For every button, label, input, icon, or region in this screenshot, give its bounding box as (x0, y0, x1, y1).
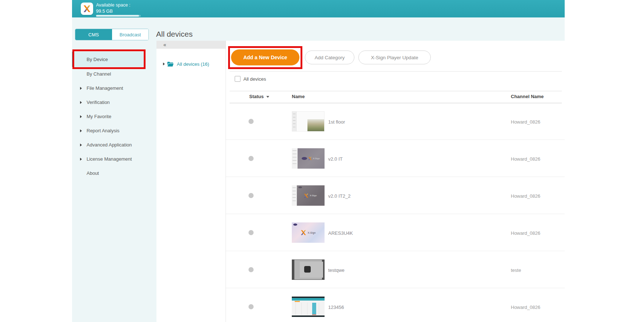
table-row[interactable]: X-Sign v2.0 IT Howard_0826 (226, 140, 565, 177)
sidebar-item-report-analysis[interactable]: Report Analysis (72, 124, 146, 138)
table-row[interactable]: X-Sign v2.0 IT2_2 Howard_0826 (226, 177, 565, 214)
sidebar-item-by-channel[interactable]: By Channel (72, 67, 146, 81)
channel-name: Howard_0826 (511, 193, 540, 199)
expand-caret-icon (80, 87, 82, 90)
benq-logo-icon (302, 157, 307, 160)
expand-caret-icon (80, 101, 82, 104)
available-space-label: Available space : (96, 3, 130, 8)
device-thumbnail: X-Sign (292, 148, 325, 169)
device-name: ARES3U4K (328, 230, 353, 236)
folder-open-icon (167, 62, 174, 67)
select-all-label: All devices (243, 76, 266, 82)
storage-progress-bar (96, 15, 141, 17)
xsign-logo-icon (81, 3, 93, 15)
thumb-tealbar (292, 298, 325, 301)
select-all-checkbox[interactable] (235, 76, 240, 82)
table-row[interactable]: testqwe teste (226, 251, 565, 288)
thumb-brand-text: X-Sign (313, 157, 320, 160)
x-logo-glyph (304, 193, 309, 198)
tree-node-all-devices[interactable]: All devices (16) (156, 60, 226, 68)
available-space-value: 99.5 GB (96, 9, 113, 14)
tree-node-label: All devices (16) (177, 61, 209, 67)
thumb-bar-base (312, 314, 316, 315)
sidebar-item-verification[interactable]: Verification (72, 95, 146, 109)
sidebar-item-license-management[interactable]: License Management (72, 152, 146, 166)
channel-name: Howard_0826 (511, 119, 540, 125)
storage-progress-fill (96, 15, 139, 17)
x-logo-glyph (83, 5, 91, 13)
column-header-channel-name: Channel Name (511, 94, 544, 99)
sidebar-item-label: By Channel (72, 71, 111, 77)
device-thumbnail (292, 111, 325, 132)
device-list: 1st floor Howard_0826 X-Sign (226, 103, 565, 322)
device-thumbnail (292, 259, 325, 280)
expand-caret-icon (80, 129, 82, 132)
status-dot-icon (249, 267, 254, 272)
sidebar-item-about[interactable]: About (72, 166, 146, 180)
x-logo-glyph (308, 157, 312, 160)
thumb-panel (300, 262, 323, 278)
status-dot-icon (249, 230, 254, 235)
expand-caret-icon (80, 115, 82, 118)
add-new-device-button[interactable]: Add a New Device (231, 49, 299, 65)
collapse-panel-icon[interactable]: « (163, 42, 166, 47)
page-title: All devices (156, 30, 192, 39)
tree-panel-header: « (156, 41, 226, 49)
thumb-brand-text: X-Sign (307, 232, 315, 234)
sidebar-menu: By Channel File Management Verification … (72, 67, 146, 180)
column-header-label: Channel Name (511, 94, 544, 99)
sidebar-item-my-favorite[interactable]: My Favorite (72, 109, 146, 124)
channel-name: Howard_0826 (511, 156, 540, 162)
device-name: testqwe (328, 267, 345, 273)
table-row[interactable]: X-Sign ARES3U4K Howard_0826 (226, 214, 565, 251)
sidebar-item-label: Verification (72, 100, 110, 105)
column-header-label: Name (292, 94, 305, 99)
sidebar-item-by-device[interactable]: By Device (72, 52, 146, 67)
sidebar-item-label: About (72, 170, 99, 176)
thumb-grid (295, 303, 323, 315)
device-tree-panel: « All devices (16) (156, 41, 226, 322)
device-thumbnail: X-Sign (292, 185, 325, 206)
channel-name: teste (511, 267, 521, 273)
column-header-status[interactable]: Status (249, 94, 269, 99)
device-thumbnail: X-Sign (292, 222, 325, 243)
device-thumbnail (292, 297, 325, 317)
expand-caret-icon (80, 144, 82, 146)
mode-toggle: CMS Broadcast (75, 29, 149, 40)
add-category-button[interactable]: Add Category (305, 51, 354, 64)
device-name: 1st floor (328, 119, 345, 125)
device-name: 123456 (328, 305, 344, 310)
device-name: v2.0 IT (328, 156, 343, 162)
thumb-sidebar (292, 112, 297, 131)
expand-caret-icon (80, 158, 82, 161)
column-header-name: Name (292, 94, 305, 99)
player-update-button[interactable]: X-Sign Player Update (358, 51, 431, 64)
thumb-bar-chart (312, 303, 316, 314)
channel-name: Howard_0826 (511, 305, 540, 310)
thumb-brand-text: X-Sign (310, 194, 317, 197)
table-row[interactable]: 123456 Howard_0826 (226, 288, 565, 322)
status-dot-icon (249, 304, 254, 309)
device-name: v2.0 IT2_2 (328, 193, 350, 199)
thumb-bottombar (292, 315, 325, 317)
main-panel: Add a New Device Add Category X-Sign Pla… (226, 41, 565, 322)
expand-caret-icon[interactable] (163, 63, 165, 65)
sidebar-item-label: My Favorite (72, 114, 111, 119)
x-logo-glyph (301, 230, 306, 236)
sort-caret-icon (266, 96, 269, 98)
divider (230, 91, 562, 91)
screenshot-canvas: Available space : 99.5 GB CMS Broadcast … (0, 0, 644, 322)
tab-broadcast[interactable]: Broadcast (112, 29, 149, 40)
thumb-photo (307, 119, 324, 131)
status-dot-icon (249, 119, 254, 124)
sidebar-item-file-management[interactable]: File Management (72, 81, 146, 95)
divider (230, 71, 562, 72)
sidebar-item-label: Report Analysis (72, 128, 119, 133)
tab-cms[interactable]: CMS (75, 29, 112, 40)
sidebar-item-advanced-application[interactable]: Advanced Application (72, 138, 146, 152)
thumb-app-icon (304, 266, 311, 273)
table-row[interactable]: 1st floor Howard_0826 (226, 103, 565, 140)
thumb-accent (295, 301, 300, 302)
sidebar-item-label: By Device (74, 57, 108, 62)
status-dot-icon (249, 193, 254, 198)
